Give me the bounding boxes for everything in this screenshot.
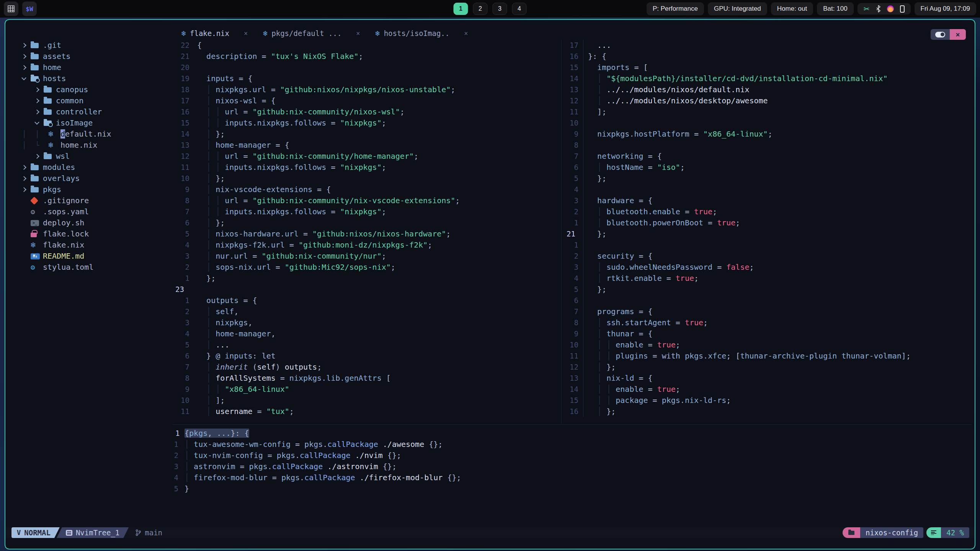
code-line[interactable]: 15 │ │ inputs.nixpkgs.follows = "nixpkgs… [172,117,560,129]
tab-close-icon[interactable]: × [244,29,248,37]
tree-item-gitignore[interactable]: .gitignore [5,195,172,206]
code-line[interactable]: 4 │ rtkit.enable = true; [564,273,972,284]
code-line[interactable]: 3 │ nixpkgs, [172,317,560,328]
workspace-4[interactable]: 4 [512,3,527,15]
tree-item-isoimage[interactable]: isoImage [5,117,172,129]
chevron-right-icon[interactable] [34,98,39,103]
code-line[interactable]: 16 │ }; [564,406,972,417]
chevron-down-icon[interactable] [34,120,39,125]
tree-item-flake-nix[interactable]: ❄flake.nix [5,240,172,251]
tab-close-icon[interactable]: × [464,29,468,37]
chevron-right-icon[interactable] [34,87,39,92]
tree-item-git[interactable]: .git [5,40,172,51]
code-line[interactable]: 6 │ }; [172,217,560,228]
code-line[interactable]: 5 │ nixos-hardware.url = "github:nixos/n… [172,228,560,240]
tree-item-assets[interactable]: assets [5,51,172,62]
tree-item-readme-md[interactable]: M↓README.md [5,251,172,262]
tree-item-wsl[interactable]: wsl [5,151,172,162]
tab-pkgs-default[interactable]: ❄pkgs/default ...× [263,29,360,38]
code-line[interactable]: 2 │ self, [172,306,560,317]
phone-icon[interactable] [900,5,905,13]
code-line[interactable]: 12 │ }; [564,362,972,373]
code-line[interactable]: 19 inputs = { [172,73,560,84]
code-line[interactable]: 14 │ "${modulesPath}/installer/cd-dvd/in… [564,73,972,84]
code-line[interactable]: 1{pkgs, ...}: { [172,428,972,439]
code-line[interactable]: 1 │ bluetooth.powerOnBoot = true; [564,217,972,228]
code-line[interactable]: 7 networking = { [564,151,972,162]
code-line[interactable]: 12 │ ../../modules/nixos/desktop/awesome [564,95,972,106]
status-pill-gpu-integrated[interactable]: GPU: Integrated [708,2,767,15]
code-line[interactable]: 7 programs = { [564,306,972,317]
code-line[interactable]: 18 │ nixpkgs.url = "github:nixos/nixpkgs… [172,84,560,95]
code-line[interactable]: 2 │ bluetooth.enable = true; [564,206,972,217]
code-line[interactable]: 14 │ }; [172,129,560,140]
code-line[interactable]: 1 [564,240,972,251]
toggle-switch-button[interactable] [931,29,950,40]
code-line[interactable]: 13 │ home-manager = { [172,140,560,151]
code-line[interactable]: 9 │ nix-vscode-extensions = { [172,184,560,195]
code-line[interactable]: 23 [172,284,560,295]
code-line[interactable]: 13 │ nix-ld = { [564,373,972,384]
code-line[interactable]: 22{ [172,40,560,51]
chevron-right-icon[interactable] [21,43,26,48]
code-line[interactable]: 11 │ │ plugins = with pkgs.xfce; [thunar… [564,350,972,362]
apps-grid-icon[interactable] [4,2,18,16]
code-line[interactable]: 7 │ │ inputs.nixpkgs.follows = "nixpkgs"… [172,206,560,217]
chevron-right-icon[interactable] [34,154,39,159]
code-line[interactable]: 13 │ ../../modules/nixos/default.nix [564,84,972,95]
code-line[interactable]: 8 │ │ url = "github:nix-community/nix-vs… [172,195,560,206]
code-line[interactable]: 6 [564,295,972,306]
code-line[interactable]: 9 │ thunar = { [564,328,972,339]
code-line[interactable]: 3 hardware = { [564,195,972,206]
tree-item-modules[interactable]: modules [5,162,172,173]
code-line[interactable]: 10 │ ]; [172,395,560,406]
clock[interactable]: Fri Aug 09, 17:09 [915,2,976,15]
tree-item-common[interactable]: common [5,95,172,106]
code-line[interactable]: 3│ astronvim = pkgs.callPackage ./astron… [172,461,972,472]
tree-item-hosts[interactable]: hosts [5,73,172,84]
code-line[interactable]: 2 security = { [564,251,972,262]
tree-item-flake-lock[interactable]: flake.lock [5,228,172,240]
code-line[interactable]: 10 │ }; [172,173,560,184]
code-line[interactable]: 9 │ │ "x86_64-linux" [172,384,560,395]
code-line[interactable]: 9 nixpkgs.hostPlatform = "x86_64-linux"; [564,129,972,140]
code-line[interactable]: 20 [172,62,560,73]
chevron-right-icon[interactable] [34,109,39,114]
status-pill-home-out[interactable]: Home: out [771,2,813,15]
code-line[interactable]: 8 │ forAllSystems = nixpkgs.lib.genAttrs… [172,373,560,384]
code-line[interactable]: 10 [564,117,972,129]
code-line[interactable]: 4│ firefox-mod-blur = pkgs.callPackage .… [172,472,972,483]
code-line[interactable]: 16 │ │ url = "github:nix-community/nixos… [172,106,560,117]
chevron-right-icon[interactable] [21,165,26,170]
code-line[interactable]: 1 outputs = { [172,295,560,306]
tree-item-stylua-toml[interactable]: ⚙stylua.toml [5,262,172,273]
code-line[interactable]: 4 [564,184,972,195]
workspace-3[interactable]: 3 [493,3,507,15]
code-line[interactable]: 5 }; [564,284,972,295]
tree-item-home-nix[interactable]: │└❄home.nix [5,140,172,151]
dollar-w-icon[interactable]: $W [22,2,37,16]
chevron-right-icon[interactable] [21,54,26,59]
code-line[interactable]: 8 [564,140,972,151]
code-line[interactable]: 21 }; [564,228,972,240]
chevron-right-icon[interactable] [21,187,26,192]
tab-flake-nix[interactable]: ❄flake.nix× [181,29,248,38]
horizontal-split-separator[interactable] [172,424,972,425]
code-line[interactable]: 3 │ sudo.wheelNeedsPassword = false; [564,262,972,273]
code-line[interactable]: 1│ tux-awesome-wm-config = pkgs.callPack… [172,439,972,450]
bluetooth-icon[interactable] [876,5,881,13]
chevron-right-icon[interactable] [21,65,26,70]
code-line[interactable]: 4 │ nixpkgs-f2k.url = "github:moni-dz/ni… [172,240,560,251]
code-line[interactable]: 17 │ nixos-wsl = { [172,95,560,106]
vertical-split-separator[interactable] [561,40,562,423]
code-line[interactable]: 5 │ ... [172,339,560,350]
code-line[interactable]: 6 │ hostName = "iso"; [564,162,972,173]
code-line[interactable]: 11 ]; [564,106,972,117]
code-line[interactable]: 7 │ inherit (self) outputs; [172,362,560,373]
code-line[interactable]: 15 │ │ package = pkgs.nix-ld-rs; [564,395,972,406]
status-pill-bat-100[interactable]: Bat: 100 [817,2,853,15]
tree-item-home[interactable]: home [5,62,172,73]
tree-item-default-nix[interactable]: ││❄default.nix [5,129,172,140]
code-line[interactable]: 12 │ │ url = "github:nix-community/home-… [172,151,560,162]
code-line[interactable]: 16}: { [564,51,972,62]
